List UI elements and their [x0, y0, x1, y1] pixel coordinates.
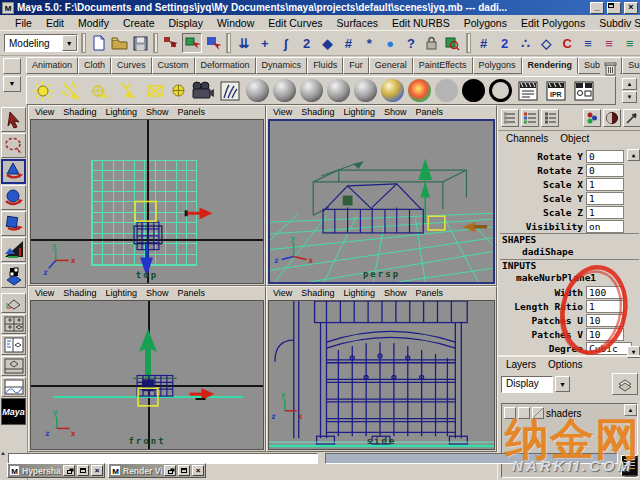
channel-value-field[interactable]: Cubic — [586, 342, 632, 355]
menu-set-selector[interactable]: Modeling ▼ — [4, 34, 78, 52]
vp-menu-view[interactable]: View — [273, 288, 292, 300]
mask-misc-button[interactable]: ? — [401, 33, 421, 53]
close-button[interactable]: × — [91, 465, 103, 476]
menu-modify[interactable]: Modify — [71, 17, 116, 29]
channel-value-field[interactable]: on — [586, 220, 624, 233]
minimized-hypershade-window[interactable]: M Hypershade × — [7, 463, 105, 478]
combo-select-button[interactable]: ⇊ — [234, 33, 254, 53]
vp-menu-show[interactable]: Show — [146, 288, 169, 300]
viewport-front[interactable]: View Shading Lighting Show Panels yzx — [28, 286, 266, 452]
restore-button[interactable] — [164, 465, 176, 476]
camera-button[interactable] — [190, 79, 214, 103]
toolbar-separator[interactable] — [466, 33, 471, 53]
menu-file[interactable]: File — [8, 17, 39, 29]
shelf-tab-polygons[interactable]: Polygons — [473, 57, 522, 74]
directional-light-button[interactable] — [87, 79, 111, 103]
shelf-trash-button[interactable] — [600, 58, 620, 78]
vp-menu-lighting[interactable]: Lighting — [343, 288, 375, 300]
mask-deformations-button[interactable]: # — [338, 33, 358, 53]
viewport-side-canvas[interactable]: yzx side — [268, 300, 495, 450]
vp-menu-view[interactable]: View — [35, 288, 54, 300]
show-attribute-editor-button[interactable] — [583, 109, 601, 127]
shader-ball-outline-button[interactable] — [489, 79, 512, 102]
shader-ball-phong-button[interactable] — [273, 79, 296, 102]
menu-window[interactable]: Window — [210, 17, 261, 29]
move-tool-button[interactable] — [1, 159, 26, 184]
batch-render-button[interactable] — [572, 79, 596, 103]
channel-value-field[interactable]: 1 — [586, 206, 624, 219]
command-line-expand[interactable]: ▲ — [0, 450, 6, 456]
toolbar-separator[interactable] — [226, 33, 231, 53]
channel-value-field[interactable]: 1 — [586, 300, 624, 313]
viewport-top-canvas[interactable]: yxz top — [30, 119, 264, 284]
layers-scroll-up[interactable]: ▲ — [624, 404, 637, 416]
spot-light-button[interactable] — [59, 79, 83, 103]
menu-create[interactable]: Create — [116, 17, 162, 29]
create-layer-button[interactable] — [612, 373, 638, 395]
options-menu[interactable]: Options — [548, 359, 582, 370]
select-hierarchy-button[interactable] — [161, 33, 181, 53]
channel-value-field[interactable]: 0 — [586, 164, 624, 177]
mask-polygons-button[interactable]: ◆ — [318, 33, 338, 53]
shelf-tab-menu-button[interactable] — [3, 58, 21, 74]
close-button[interactable]: × — [624, 2, 638, 14]
snap-curve-button[interactable]: 2 — [495, 33, 515, 53]
shelf-tab-painteffects[interactable]: PaintEffects — [413, 57, 473, 74]
layer-type-selector[interactable]: Display — [501, 376, 553, 393]
channel-value-field[interactable]: 1 — [586, 192, 624, 205]
volume-light-button[interactable] — [143, 79, 167, 103]
layers-menu[interactable]: Layers — [506, 359, 536, 370]
vp-menu-shading[interactable]: Shading — [301, 107, 334, 119]
shelf-tab-fluids[interactable]: Fluids — [307, 57, 343, 74]
vp-menu-lighting[interactable]: Lighting — [343, 107, 375, 119]
point-light-button[interactable] — [31, 79, 55, 103]
select-object-button[interactable] — [182, 33, 202, 53]
mask-points-button[interactable]: + — [255, 33, 275, 53]
layout-two-pane-button[interactable] — [1, 335, 26, 355]
close-button[interactable]: × — [192, 465, 204, 476]
shelf-tab-cloth[interactable]: Cloth — [78, 57, 111, 74]
shader-ball-flat-button[interactable] — [435, 79, 458, 102]
menu-display[interactable]: Display — [161, 17, 209, 29]
shader-ball-anisotropic-button[interactable] — [327, 79, 350, 102]
select-tool-button[interactable] — [1, 107, 26, 132]
shader-ball-layered-button[interactable] — [354, 79, 377, 102]
chevron-down-icon[interactable]: ▼ — [62, 35, 77, 51]
shelf-tab-dynamics[interactable]: Dynamics — [256, 57, 308, 74]
mask-rendering-button[interactable]: ● — [380, 33, 400, 53]
lasso-tool-button[interactable] — [1, 133, 26, 158]
channel-value-field[interactable]: 0 — [586, 150, 624, 163]
area-light-button[interactable] — [115, 79, 139, 103]
layout-four-pane-button[interactable] — [1, 314, 26, 334]
minimized-render-view-window[interactable]: M Render View × — [108, 463, 206, 478]
layout-single-pane-button[interactable] — [1, 293, 26, 313]
minimize-button[interactable]: _ — [590, 2, 604, 14]
layer-row[interactable]: shaders — [502, 404, 637, 422]
save-scene-button[interactable] — [130, 33, 150, 53]
render-globals-button[interactable] — [516, 79, 540, 103]
maximize-button[interactable] — [178, 465, 190, 476]
shader-ball-lambert-button[interactable] — [246, 79, 269, 102]
highlight-selection-button[interactable] — [443, 33, 463, 53]
mask-dynamics-button[interactable]: * — [359, 33, 379, 53]
menu-subdiv-surfaces[interactable]: Subdiv Surfaces — [592, 17, 640, 29]
channel-layout-3-button[interactable] — [541, 109, 559, 127]
menu-edit-nurbs[interactable]: Edit NURBS — [385, 17, 457, 29]
menu-surfaces[interactable]: Surfaces — [330, 17, 385, 29]
toolbar-separator[interactable] — [81, 33, 86, 53]
output-operations-button[interactable]: ≡ — [599, 33, 619, 53]
layer-visibility-toggle[interactable] — [504, 407, 516, 419]
lock-selection-button[interactable] — [422, 33, 442, 53]
shelf-tab-deformation[interactable]: Deformation — [195, 57, 256, 74]
layout-persp-graph-button[interactable] — [1, 377, 26, 397]
shader-ball-black-button[interactable] — [462, 79, 485, 102]
rotate-tool-button[interactable] — [1, 185, 26, 210]
viewport-front-canvas[interactable]: yzx front — [30, 300, 264, 450]
menu-edit-curves[interactable]: Edit Curves — [261, 17, 329, 29]
shelf-menu-arrow-button[interactable]: ▼ — [3, 76, 21, 92]
show-manipulator-button[interactable] — [1, 263, 26, 288]
layer-color-swatch[interactable] — [532, 407, 544, 419]
shelf-scroll-up[interactable]: ▲ — [622, 78, 637, 90]
vp-menu-lighting[interactable]: Lighting — [105, 107, 137, 119]
vp-menu-panels[interactable]: Panels — [415, 107, 443, 119]
